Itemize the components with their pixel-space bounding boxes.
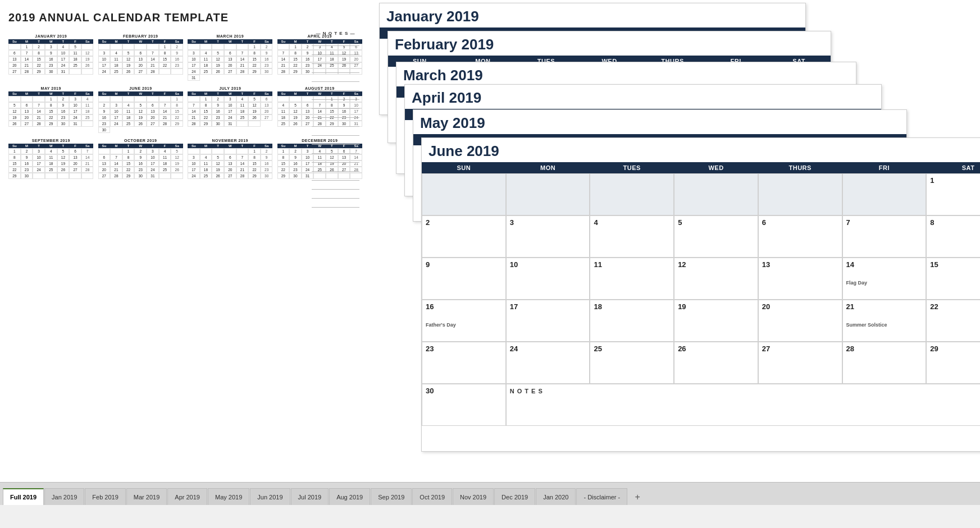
mini-cal-day: 9 bbox=[57, 102, 70, 108]
mini-cal-day: 25 bbox=[200, 173, 212, 179]
mini-cal-day: 30 bbox=[98, 127, 111, 133]
mini-cal-header-cell: T bbox=[33, 91, 45, 96]
mini-cal-day bbox=[33, 96, 45, 102]
mini-cal-day: 17 bbox=[98, 62, 111, 68]
tab-jan-2020[interactable]: Jan 2020 bbox=[536, 488, 576, 505]
table-row bbox=[590, 173, 674, 215]
mini-cal-day bbox=[200, 148, 212, 154]
tab---disclaimer--[interactable]: - Disclaimer - bbox=[576, 488, 627, 505]
mini-cal-day: 17 bbox=[224, 108, 236, 114]
mini-cal-day: 9 bbox=[212, 102, 224, 108]
tab-jul-2019[interactable]: Jul 2019 bbox=[291, 488, 329, 505]
mini-cal-day: 24 bbox=[69, 114, 81, 121]
notes-line bbox=[312, 164, 359, 172]
event-label: Summer Solstice bbox=[846, 322, 923, 328]
tab-may-2019[interactable]: May 2019 bbox=[208, 488, 249, 505]
mini-cal-day bbox=[147, 96, 159, 102]
mini-cal-header-cell: T bbox=[33, 144, 45, 148]
mini-cal-day: 5 bbox=[134, 102, 147, 108]
tab-bar: Full 2019Jan 2019Feb 2019Mar 2019Apr 201… bbox=[0, 482, 980, 505]
mini-cal-day: 10 bbox=[147, 154, 159, 160]
mini-cal-day: 24 bbox=[147, 167, 159, 173]
mini-cal-day: 2 bbox=[289, 148, 302, 154]
mini-cal-day: 8 bbox=[45, 102, 57, 108]
table-row: 21Summer Solstice bbox=[842, 300, 927, 342]
mini-cal-day: 4 bbox=[200, 50, 212, 56]
table-row: 15 bbox=[926, 258, 980, 300]
mini-cal-day: 16 bbox=[289, 160, 302, 167]
notes-line bbox=[312, 74, 359, 82]
mini-cal-day: 18 bbox=[110, 62, 122, 68]
mini-cal-day: 4 bbox=[110, 50, 122, 56]
mini-cal-day: 1 bbox=[200, 96, 212, 102]
tab-full-2019[interactable]: Full 2019 bbox=[3, 488, 44, 505]
mini-cal-day: 14 bbox=[236, 56, 249, 62]
mini-cal-day: 1 bbox=[159, 44, 171, 50]
mini-cal-day bbox=[110, 148, 122, 154]
mini-cal-day: 9 bbox=[261, 154, 273, 160]
mini-cal-day: 10 bbox=[98, 56, 111, 62]
table-row: 8 bbox=[926, 215, 980, 258]
tab-dec-2019[interactable]: Dec 2019 bbox=[494, 488, 535, 505]
mini-cal-day: 15 bbox=[33, 56, 45, 62]
notes-line bbox=[312, 137, 359, 145]
mini-cal-day: 18 bbox=[69, 56, 81, 62]
mini-cal-title: MAY 2019 bbox=[8, 86, 94, 90]
mini-cal-day: 20 bbox=[134, 62, 147, 68]
mini-cal-title: SEPTEMBER 2019 bbox=[8, 139, 94, 143]
mini-cal-header-cell: M bbox=[200, 144, 212, 148]
mini-cal-header-cell: M bbox=[110, 91, 122, 96]
mini-cal-header-cell: Sa bbox=[171, 144, 183, 148]
mini-cal-day: 5 bbox=[171, 148, 183, 154]
mini-cal-header-cell: F bbox=[248, 91, 261, 96]
mini-cal-day: 2 bbox=[212, 96, 224, 102]
mini-cal-day bbox=[81, 44, 94, 50]
mini-cal-day: 18 bbox=[159, 160, 171, 167]
mini-cal-day: 29 bbox=[33, 68, 45, 75]
tab-apr-2019[interactable]: Apr 2019 bbox=[167, 488, 207, 505]
mini-cal-day: 10 bbox=[188, 56, 200, 62]
tab-feb-2019[interactable]: Feb 2019 bbox=[85, 488, 125, 505]
header-sun: SUN bbox=[422, 162, 506, 173]
notes-line bbox=[312, 92, 359, 100]
mini-cal-day: 29 bbox=[122, 173, 135, 179]
mini-cal-header-cell: M bbox=[110, 39, 122, 44]
mini-cal-day: 4 bbox=[200, 154, 212, 160]
mini-cal-day: 6 bbox=[21, 102, 33, 108]
mini-cal-header-cell: W bbox=[45, 91, 57, 96]
tab-jun-2019[interactable]: Jun 2019 bbox=[250, 488, 290, 505]
notes-line bbox=[312, 83, 359, 91]
mini-cal-day: 9 bbox=[171, 50, 183, 56]
mini-cal-day: 12 bbox=[212, 56, 224, 62]
mini-cal-header-cell: Su bbox=[8, 144, 21, 148]
mini-cal-header-cell: T bbox=[57, 39, 70, 44]
mini-cal-day: 5 bbox=[69, 44, 81, 50]
june-body: 1 2 3 4 5 6 7 8 9 10 11 12 13 14Flag Day… bbox=[422, 173, 980, 426]
mini-cal-day: 22 bbox=[33, 62, 45, 68]
mini-cal-day: 2 bbox=[171, 44, 183, 50]
mini-cal-day: 4 bbox=[45, 148, 57, 154]
mini-cal-day: 1 bbox=[248, 44, 261, 50]
mini-cal-day: 17 bbox=[110, 114, 122, 121]
tab-sep-2019[interactable]: Sep 2019 bbox=[371, 488, 412, 505]
tab-oct-2019[interactable]: Oct 2019 bbox=[412, 488, 452, 505]
tab-jan-2019[interactable]: Jan 2019 bbox=[44, 488, 84, 505]
tab-nov-2019[interactable]: Nov 2019 bbox=[453, 488, 494, 505]
mini-cal-day: 5 bbox=[289, 102, 302, 108]
mini-cal-day: 1 bbox=[248, 148, 261, 154]
add-tab-button[interactable]: + bbox=[630, 489, 645, 505]
mini-cal-day: 10 bbox=[33, 154, 45, 160]
mini-cal-day: 28 bbox=[277, 68, 290, 75]
mini-cal-day: 3 bbox=[147, 148, 159, 154]
mini-cal-day: 26 bbox=[289, 121, 302, 127]
tab-mar-2019[interactable]: Mar 2019 bbox=[126, 488, 167, 505]
mini-cal-day: 8 bbox=[171, 102, 183, 108]
mini-cal-day: 22 bbox=[159, 62, 171, 68]
mini-cal-day bbox=[212, 44, 224, 50]
mini-cal-day: 17 bbox=[57, 56, 70, 62]
tab-aug-2019[interactable]: Aug 2019 bbox=[329, 488, 370, 505]
mini-cal-day: 20 bbox=[8, 62, 21, 68]
mini-cal-day: 13 bbox=[69, 154, 81, 160]
mini-cal-day: 16 bbox=[261, 160, 273, 167]
mini-cal-day: 11 bbox=[200, 56, 212, 62]
